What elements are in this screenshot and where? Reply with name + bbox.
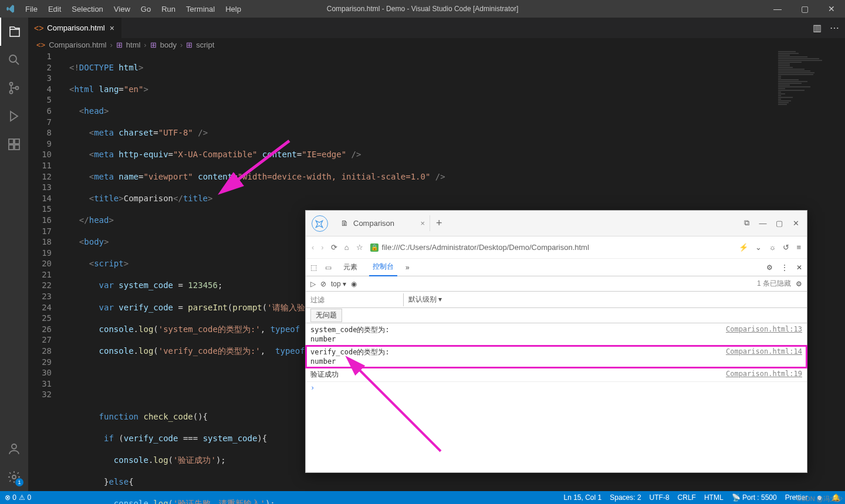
window-close-icon[interactable]: ✕ — [818, 0, 845, 18]
search-icon[interactable] — [0, 46, 28, 74]
theme-icon[interactable]: ☼ — [769, 243, 776, 252]
console-run-icon[interactable]: ▷ — [310, 280, 316, 288]
breadcrumb-file[interactable]: Comparison.html — [49, 40, 106, 49]
browser-new-tab-icon[interactable]: + — [430, 215, 448, 232]
gear-badge: 1 — [15, 478, 23, 486]
split-editor-icon[interactable]: ▥ — [813, 22, 822, 33]
status-eol[interactable]: CRLF — [678, 493, 696, 502]
window-controls: — ▢ ✕ — [764, 0, 845, 18]
accounts-icon[interactable] — [0, 435, 28, 463]
inspect-icon[interactable]: ⬚ — [310, 263, 317, 272]
chevron-right-icon: › — [180, 40, 182, 49]
console-source-link[interactable]: Comparison.html:13 — [726, 325, 802, 343]
console-eye-icon[interactable]: ◉ — [351, 280, 357, 288]
devtools-gear-icon[interactable]: ⚙ — [766, 263, 773, 272]
console-source-link[interactable]: Comparison.html:14 — [726, 347, 802, 366]
menu-help[interactable]: Help — [221, 2, 246, 16]
devtools-tab-elements[interactable]: 元素 — [340, 259, 361, 276]
watermark: CSDN @冯大少 — [797, 495, 843, 503]
nav-home-icon[interactable]: ⌂ — [344, 243, 349, 252]
window-maximize-icon[interactable]: ▢ — [791, 0, 818, 18]
menu-view[interactable]: View — [109, 2, 135, 16]
browser-compass-icon[interactable] — [312, 215, 328, 232]
html-file-icon: <> — [34, 23, 43, 33]
svg-point-1 — [10, 83, 13, 86]
breadcrumb-body[interactable]: body — [160, 40, 177, 49]
browser-maximize-icon[interactable]: ▢ — [772, 217, 787, 229]
minimap[interactable] — [778, 51, 837, 121]
status-indent[interactable]: Spaces: 2 — [610, 493, 641, 502]
vscode-logo-icon — [0, 4, 21, 13]
console-message: verify_code的类型为: number — [310, 347, 726, 366]
browser-window: 🗎 Comparison × + ⧉ — ▢ ✕ ‹ › ⟳ ⌂ ☆ 🔒 fil… — [305, 210, 807, 473]
menu-selection[interactable]: Selection — [67, 2, 107, 16]
tabs-bar: <> Comparison.html × ▥ ⋯ — [28, 18, 845, 38]
svg-rect-4 — [9, 139, 13, 144]
no-issues-button[interactable]: 无问题 — [310, 309, 342, 322]
nav-back-icon[interactable]: ‹ — [312, 243, 314, 252]
nav-forward-icon[interactable]: › — [321, 243, 323, 252]
window-minimize-icon[interactable]: — — [764, 0, 791, 18]
titlebar: File Edit Selection View Go Run Terminal… — [0, 0, 845, 18]
source-control-icon[interactable] — [0, 74, 28, 102]
nav-favorite-icon[interactable]: ☆ — [356, 243, 363, 252]
console-row: 验证成功 Comparison.html:19 — [306, 368, 807, 382]
svg-point-3 — [16, 87, 19, 90]
console-source-link[interactable]: Comparison.html:19 — [726, 370, 802, 380]
more-tabs-icon[interactable]: » — [405, 263, 410, 272]
status-encoding[interactable]: UTF-8 — [650, 493, 670, 502]
menubar: File Edit Selection View Go Run Terminal… — [21, 2, 246, 16]
tab-close-icon[interactable]: × — [109, 22, 116, 34]
console-prompt[interactable]: › — [306, 382, 807, 394]
console-message: 验证成功 — [310, 370, 726, 380]
flash-icon[interactable]: ⚡ — [739, 243, 748, 252]
symbol-icon: ⊞ — [150, 40, 157, 49]
explorer-icon[interactable] — [0, 18, 28, 46]
browser-pin-icon[interactable]: ⧉ — [739, 217, 754, 229]
status-errors[interactable]: ⊗ 0 — [5, 493, 16, 502]
browser-minimize-icon[interactable]: — — [755, 217, 770, 229]
menu-file[interactable]: File — [21, 2, 42, 16]
breadcrumb[interactable]: <> Comparison.html › ⊞ html › ⊞ body › ⊞… — [28, 38, 845, 51]
browser-tab[interactable]: 🗎 Comparison × — [334, 215, 430, 231]
browser-tabstrip: 🗎 Comparison × + ⧉ — ▢ ✕ — [306, 211, 807, 236]
device-icon[interactable]: ▭ — [325, 263, 332, 272]
extensions-icon[interactable] — [0, 130, 28, 158]
nav-reload-icon[interactable]: ⟳ — [331, 243, 337, 252]
status-warnings[interactable]: ⚠ 0 — [19, 493, 31, 502]
menu-edit[interactable]: Edit — [43, 2, 66, 16]
chevron-down-icon[interactable]: ⌄ — [755, 243, 762, 252]
devtools-tab-console[interactable]: 控制台 — [369, 258, 397, 276]
url-input[interactable]: 🔒 file:///C:/Users/Administrator/Desktop… — [370, 243, 732, 252]
status-cursor[interactable]: Ln 15, Col 1 — [564, 493, 602, 502]
console-clear-icon[interactable]: ⊘ — [320, 280, 326, 288]
console-messages: system_code的类型为: number Comparison.html:… — [306, 323, 807, 394]
menu-go[interactable]: Go — [136, 2, 156, 16]
svg-rect-7 — [15, 145, 19, 150]
run-debug-icon[interactable] — [0, 102, 28, 130]
menu-terminal[interactable]: Terminal — [181, 2, 219, 16]
console-context-select[interactable]: top ▾ — [331, 280, 346, 288]
editor-actions: ▥ ⋯ — [813, 22, 845, 33]
console-filter-input[interactable] — [306, 293, 404, 306]
devtools-more-icon[interactable]: ⋮ — [781, 263, 788, 272]
browser-tab-close-icon[interactable]: × — [421, 219, 425, 228]
console-settings-icon[interactable]: ⚙ — [796, 280, 802, 288]
console-row-highlighted: verify_code的类型为: number Comparison.html:… — [306, 346, 807, 368]
console-level-select[interactable]: 默认级别 ▾ — [404, 292, 447, 307]
browser-close-icon[interactable]: ✕ — [788, 217, 803, 229]
breadcrumb-script[interactable]: script — [196, 40, 214, 49]
history-icon[interactable]: ↺ — [783, 243, 789, 252]
tab-comparison[interactable]: <> Comparison.html × — [28, 18, 122, 38]
breadcrumb-html[interactable]: html — [126, 40, 141, 49]
more-actions-icon[interactable]: ⋯ — [830, 22, 839, 33]
settings-gear-icon[interactable]: 1 — [0, 463, 28, 491]
lock-icon: 🔒 — [370, 243, 378, 252]
devtools-close-icon[interactable]: ✕ — [796, 263, 802, 272]
symbol-icon: ⊞ — [186, 40, 192, 49]
browser-menu-icon[interactable]: ≡ — [796, 243, 801, 252]
status-language[interactable]: HTML — [704, 493, 724, 502]
menu-run[interactable]: Run — [157, 2, 180, 16]
browser-tab-title: Comparison — [353, 219, 394, 228]
status-liveserver[interactable]: 📡 Port : 5500 — [732, 493, 777, 502]
